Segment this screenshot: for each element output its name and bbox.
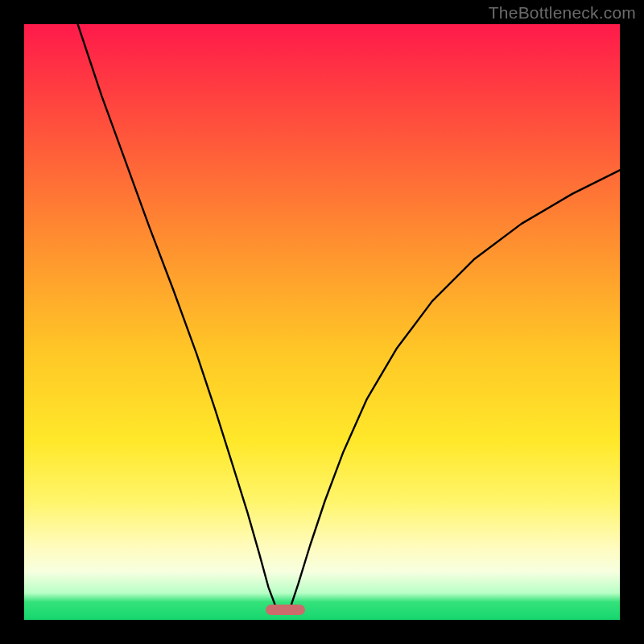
chart-frame: TheBottleneck.com	[0, 0, 644, 644]
optimal-range-marker	[266, 605, 306, 615]
bottleneck-curve	[24, 24, 620, 620]
watermark-text: TheBottleneck.com	[489, 3, 636, 23]
